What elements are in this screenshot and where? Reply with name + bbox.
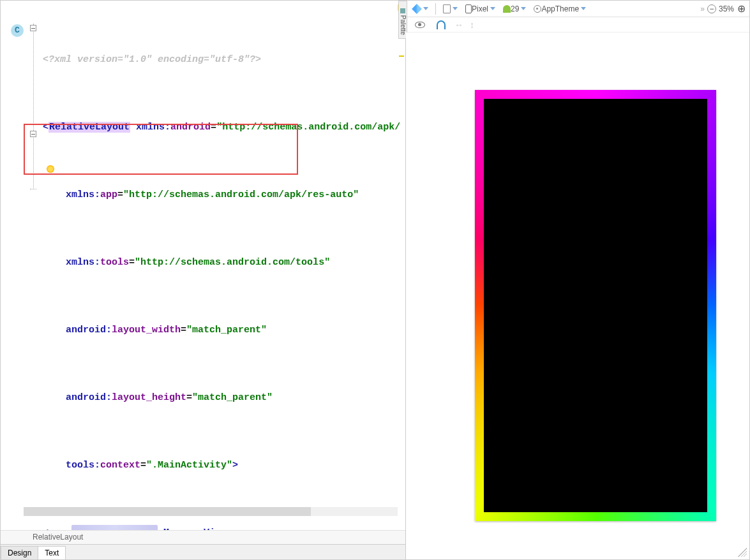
preview-toolbar-secondary: ↔ ↕ bbox=[406, 17, 749, 33]
magnet-button[interactable] bbox=[434, 18, 448, 31]
theme-selector-button[interactable]: AppTheme bbox=[531, 3, 589, 15]
code-line[interactable]: xmlns:tools="http://schemas.android.com/… bbox=[40, 254, 405, 272]
magnet-icon bbox=[437, 20, 446, 29]
breadcrumb-bar[interactable]: RelativeLayout bbox=[1, 530, 405, 544]
class-icon: C bbox=[11, 24, 24, 37]
chevron-down-icon bbox=[453, 7, 458, 10]
preview-toolbar: Pixel 29 AppTheme » − 35% ⊕ bbox=[406, 1, 749, 17]
scrollbar-thumb[interactable] bbox=[24, 507, 311, 516]
zoom-label: 35% bbox=[719, 4, 734, 13]
chevron-down-icon bbox=[521, 7, 526, 10]
device-selector-button[interactable]: Pixel bbox=[463, 3, 498, 15]
toolbar-separator bbox=[435, 3, 436, 15]
api-label: 29 bbox=[511, 4, 519, 13]
fold-guide-line bbox=[33, 24, 34, 188]
layers-icon bbox=[412, 4, 422, 14]
preview-canvas[interactable] bbox=[406, 33, 749, 559]
tab-text[interactable]: Text bbox=[38, 546, 66, 559]
fold-end-marker bbox=[30, 179, 36, 196]
code-line[interactable]: tools:context=".MainActivity"> bbox=[40, 457, 405, 475]
code-line[interactable]: <RelativeLayout xmlns:android="http://sc… bbox=[40, 119, 405, 136]
pan-left-icon: ↔ bbox=[454, 20, 463, 30]
code-area[interactable]: C <?xml version="1.0" encoding="utf-8"?>… bbox=[1, 1, 405, 530]
device-label: Pixel bbox=[472, 4, 488, 13]
editor-tab-bar: Design Text bbox=[1, 544, 405, 559]
chevron-down-icon bbox=[423, 7, 428, 10]
chevron-down-icon bbox=[581, 7, 586, 10]
orientation-button[interactable] bbox=[440, 3, 460, 15]
code-content[interactable]: <?xml version="1.0" encoding="utf-8"?> <… bbox=[40, 1, 405, 530]
eye-icon bbox=[415, 22, 425, 28]
android-icon bbox=[503, 5, 511, 13]
view-options-button[interactable] bbox=[412, 18, 428, 31]
fold-toggle[interactable] bbox=[30, 20, 36, 38]
breadcrumb-item[interactable]: RelativeLayout bbox=[33, 533, 83, 542]
horizontal-scrollbar[interactable] bbox=[24, 507, 398, 516]
code-line[interactable]: android:layout_width="match_parent" bbox=[40, 322, 405, 339]
design-surface-button[interactable] bbox=[410, 3, 431, 15]
chevron-down-icon bbox=[490, 7, 495, 10]
redacted-package: xxxxxxxxxxxxxxx bbox=[71, 525, 158, 531]
code-editor-panel: C <?xml version="1.0" encoding="utf-8"?>… bbox=[1, 1, 406, 559]
error-stripe[interactable] bbox=[396, 2, 404, 530]
fold-column[interactable] bbox=[29, 1, 39, 530]
zoom-in-button[interactable]: ⊕ bbox=[737, 4, 746, 13]
zoom-out-button[interactable]: − bbox=[707, 4, 716, 13]
code-line[interactable]: <?xml version="1.0" encoding="utf-8"?> bbox=[40, 52, 405, 69]
code-line[interactable]: <com.xxxxxxxxxxxxxxx.MarqueeView bbox=[40, 525, 405, 531]
device-icon bbox=[465, 4, 472, 13]
warning-marker[interactable] bbox=[399, 55, 404, 57]
device-preview-frame[interactable] bbox=[475, 90, 716, 521]
overflow-chevron-icon[interactable]: » bbox=[700, 4, 705, 13]
tab-design[interactable]: Design bbox=[1, 546, 38, 559]
line-number-gutter[interactable]: C bbox=[1, 1, 27, 530]
code-line[interactable]: android:layout_height="match_parent" bbox=[40, 390, 405, 407]
fold-toggle[interactable] bbox=[30, 126, 36, 144]
theme-icon bbox=[534, 5, 541, 13]
preview-panel: Pixel 29 AppTheme » − 35% ⊕ ↔ ↕ bbox=[406, 1, 749, 559]
resize-grip-icon[interactable] bbox=[738, 548, 747, 557]
marquee-view-preview bbox=[484, 99, 707, 512]
theme-label: AppTheme bbox=[541, 4, 579, 13]
code-line[interactable]: xmlns:app="http://schemas.android.com/ap… bbox=[40, 187, 405, 204]
pan-up-icon: ↕ bbox=[470, 20, 474, 30]
api-selector-button[interactable]: 29 bbox=[500, 3, 529, 15]
orientation-icon bbox=[443, 4, 451, 13]
